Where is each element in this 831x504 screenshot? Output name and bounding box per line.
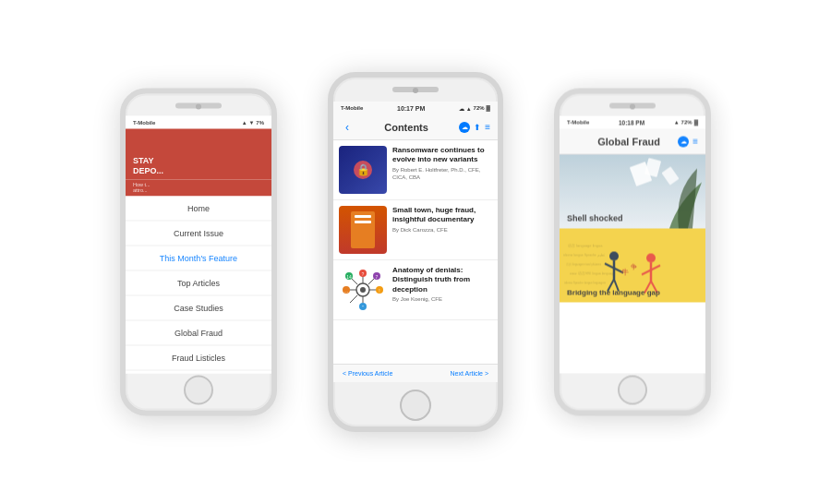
article-item-ransomware[interactable]: 🔒 Ransomware continues to evolve into ne… (333, 140, 498, 200)
article-item-anatomy[interactable]: ? … ! " 14 7 (333, 260, 498, 320)
right-menu-icon[interactable]: ≡ (692, 137, 698, 147)
svg-text:牛: 牛 (621, 269, 629, 277)
svg-point-40 (646, 254, 656, 263)
home-button-left[interactable] (184, 376, 213, 405)
right-yellow-section[interactable]: 语言 language lingua idioma langue Sprache… (560, 229, 705, 303)
status-bar-right: T-Mobile 10:18 PM ▲ 72% ▓ (560, 116, 705, 129)
center-nav-title: Contents (354, 122, 459, 133)
menu-icon[interactable]: ≡ (485, 122, 490, 132)
center-nav-bottom: < Previous Article Next Article > (333, 364, 498, 382)
menu-item-current-issue[interactable]: Current Issue (126, 222, 271, 246)
menu-item-home[interactable]: Home (126, 197, 271, 222)
share-icon[interactable]: ⬆ (474, 123, 481, 132)
svg-text:язык 语言 भाषा lingua language: язык 语言 भाषा lingua language (570, 271, 615, 276)
svg-text:!: ! (379, 288, 379, 294)
prev-article-link[interactable]: < Previous Article (343, 370, 392, 377)
home-button-center[interactable] (400, 390, 431, 421)
anatomy-diagram: ? … ! " 14 7 (339, 266, 387, 314)
menu-item-global-fraud[interactable]: Global Fraud (126, 321, 271, 346)
right-content: Shell shocked 语言 language lingua idioma … (560, 155, 705, 374)
article-author-ransomware: By Robert E. Holtfreter, Ph.D., CFE, CIC… (392, 167, 492, 182)
article-author-anatomy: By Joe Koenig, CFE (392, 296, 492, 304)
right-nav-bar: Global Fraud ☁ ≡ (560, 129, 705, 155)
scene: T-Mobile ▲ ▼ 7% STAYDEPO... How t...attr… (0, 0, 831, 504)
article-thumb-ransomware: 🔒 (339, 146, 387, 194)
article-title-anatomy: Anatomy of denials: Distinguish truth fr… (392, 266, 492, 294)
menu-item-past-issues[interactable]: Past Issues (126, 371, 271, 374)
menu-item-this-months-feature[interactable]: This Month's Feature (126, 246, 271, 271)
cloud-icon[interactable]: ☁ (459, 122, 470, 133)
article-thumb-fraud (339, 206, 387, 254)
article-thumb-anatomy: ? … ! " 14 7 (339, 266, 387, 314)
phone-center: T-Mobile 10:17 PM ☁ ▲ 72% ▓ ‹ Contents ☁… (328, 72, 503, 432)
svg-line-10 (350, 295, 357, 303)
svg-text:?: ? (362, 271, 365, 277)
next-article-link[interactable]: Next Article > (451, 370, 488, 377)
phone-left: T-Mobile ▲ ▼ 7% STAYDEPO... How t...attr… (120, 89, 277, 416)
right-yellow-label: Bridging the language gap (567, 289, 660, 297)
left-header-bg: STAYDEPO... (126, 129, 271, 180)
svg-text:": " (362, 305, 364, 310)
carrier-left: T-Mobile (133, 120, 155, 126)
home-button-right[interactable] (618, 376, 647, 405)
article-info-anatomy: Anatomy of denials: Distinguish truth fr… (392, 266, 492, 304)
svg-text:7: 7 (376, 274, 379, 280)
status-bar-center: T-Mobile 10:17 PM ☁ ▲ 72% ▓ (333, 102, 498, 114)
svg-text:语言 language lingua: 语言 language lingua (568, 244, 603, 248)
article-title-ransomware: Ransomware continues to evolve into new … (392, 146, 492, 165)
phone-right: T-Mobile 10:18 PM ▲ 72% ▓ Global Fraud ☁… (554, 89, 711, 416)
left-menu-list: Home Current Issue This Month's Feature … (126, 197, 271, 374)
center-nav-bar: ‹ Contents ☁ ⬆ ≡ (333, 114, 498, 140)
time-center: 10:17 PM (397, 105, 425, 112)
right-hero-section[interactable]: Shell shocked (560, 155, 705, 229)
back-icon[interactable]: ‹ (341, 121, 354, 134)
svg-text:idioma langue Sprache تعليم: idioma langue Sprache تعليم (563, 253, 605, 258)
center-contents-list: 🔒 Ransomware continues to evolve into ne… (333, 140, 498, 364)
carrier-center: T-Mobile (341, 105, 363, 111)
left-header-sub: How t...attro... (126, 180, 271, 197)
article-author-fraud: By Dick Carozza, CFE (392, 227, 492, 234)
menu-item-top-articles[interactable]: Top Articles (126, 271, 271, 296)
article-info-ransomware: Ransomware continues to evolve into new … (392, 146, 492, 181)
right-nav-title: Global Fraud (580, 136, 678, 147)
svg-text:🔒: 🔒 (356, 162, 370, 176)
svg-point-3 (360, 287, 366, 293)
svg-text:…: … (344, 288, 349, 294)
svg-point-34 (609, 252, 619, 261)
svg-text:idioma Sprache langue linguage: idioma Sprache langue linguagem (564, 282, 607, 285)
svg-text:言語 linguagem taal γλώσσα: 言語 linguagem taal γλώσσα (566, 263, 601, 267)
menu-item-case-studies[interactable]: Case Studies (126, 296, 271, 321)
left-header-title: STAYDEPO... (133, 156, 163, 176)
carrier-right: T-Mobile (567, 120, 589, 126)
svg-text:争: 争 (631, 264, 637, 271)
article-item-fraud[interactable]: Small town, huge fraud, insightful docum… (333, 200, 498, 260)
right-hero-label: Shell shocked (567, 214, 623, 223)
article-info-fraud: Small town, huge fraud, insightful docum… (392, 206, 492, 234)
svg-text:14: 14 (346, 274, 352, 280)
article-title-fraud: Small town, huge fraud, insightful docum… (392, 206, 492, 225)
time-right: 10:18 PM (619, 119, 644, 126)
right-cloud-icon[interactable]: ☁ (678, 136, 689, 147)
status-bar-left: T-Mobile ▲ ▼ 7% (126, 116, 271, 129)
menu-item-fraud-listicles[interactable]: Fraud Listicles (126, 346, 271, 371)
